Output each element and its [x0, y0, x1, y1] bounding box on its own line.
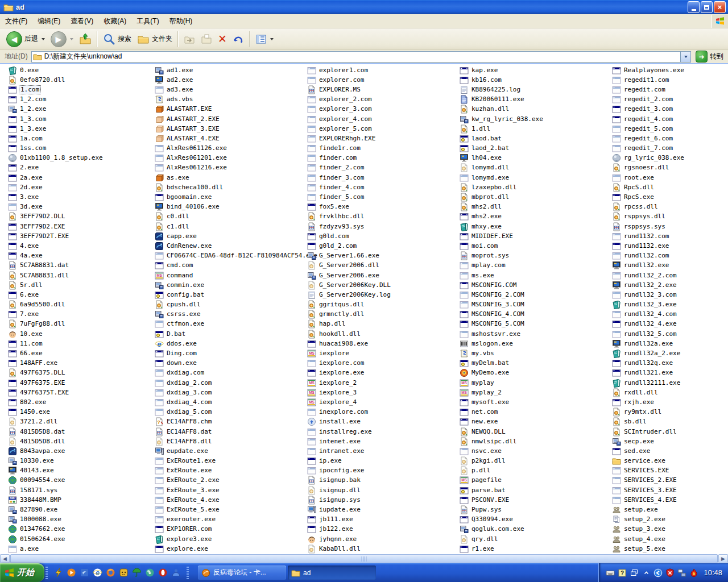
file-item[interactable]: 10330.exe	[8, 456, 104, 466]
file-item[interactable]: EXPLORER.MS	[307, 85, 392, 94]
file-item[interactable]: iexplore.exe	[307, 368, 392, 378]
file-item[interactable]: 01xb1100_1.8_setup.exe	[8, 153, 104, 163]
file-item[interactable]: huacai908.exe	[307, 339, 392, 348]
file-item[interactable]: mhs2.dll	[460, 202, 544, 212]
file-item[interactable]: dxdiag_2.com	[155, 378, 318, 388]
file-item[interactable]: ALASTART_3.EXE	[155, 124, 318, 134]
delete-button[interactable]: ✕	[215, 31, 230, 48]
address-dropdown-button[interactable]	[681, 51, 691, 63]
file-item[interactable]: mhs2.exe	[460, 212, 544, 222]
file-item[interactable]: regedit_4.com	[612, 114, 685, 124]
file-item[interactable]: 3EFF79D2.EXE	[8, 222, 104, 231]
file-item[interactable]: isignup.bak	[307, 476, 392, 485]
menu-item-4[interactable]: 收藏(A)	[98, 15, 131, 28]
file-item[interactable]: kw_rg_lyric_038.exe	[460, 114, 544, 124]
file-item[interactable]: setup_5.exe	[612, 544, 685, 554]
thunder-icon[interactable]	[80, 568, 89, 577]
file-item[interactable]: explorer_3.com	[307, 105, 392, 114]
file-item[interactable]: c0.dll	[155, 212, 318, 222]
file-item[interactable]: KB8964225.log	[460, 85, 544, 94]
file-item[interactable]: 6.exe	[8, 290, 104, 300]
file-item[interactable]: RpcS.dll	[612, 182, 685, 192]
file-item[interactable]: ?EC14AFF8.chm	[155, 417, 318, 427]
file-item[interactable]: rundll32.com	[612, 251, 685, 261]
file-item[interactable]: SERVICES_4.EXE	[612, 495, 685, 505]
file-item[interactable]: rundll32_5.com	[612, 329, 685, 339]
media-player-icon[interactable]	[67, 568, 76, 577]
file-item[interactable]: 4a.exe	[8, 251, 104, 261]
file-item[interactable]: iexplore.com	[307, 359, 392, 368]
file-item[interactable]: mshostsvr.exe	[460, 329, 544, 339]
file-item[interactable]: jyhgnn.exe	[307, 534, 392, 544]
folders-button[interactable]: 文件夹	[134, 31, 175, 48]
file-item[interactable]: Pupw.sys	[460, 505, 544, 514]
views-dropdown-caret[interactable]	[270, 38, 274, 40]
file-item[interactable]: eddos.exe	[155, 339, 318, 348]
file-item[interactable]: laod.bat	[460, 134, 544, 143]
search-button[interactable]: 搜索	[100, 31, 134, 48]
forward-dropdown-caret[interactable]	[70, 38, 73, 40]
file-item[interactable]: EXP1ORER.com	[155, 525, 318, 534]
file-item[interactable]: 802.exe	[8, 397, 104, 407]
file-item[interactable]: inexplore.com	[307, 408, 392, 417]
file-item[interactable]: G_Server1.66.exe	[307, 251, 392, 261]
file-item[interactable]: qogluk.com.exe	[460, 525, 544, 534]
file-item[interactable]: Realplayones.exe	[612, 65, 685, 75]
security-alert-shield-icon[interactable]	[665, 568, 675, 577]
file-item[interactable]: SERVICES_3.EXE	[612, 485, 685, 495]
file-item[interactable]: 4.exe	[8, 241, 104, 251]
file-item[interactable]: rundll32.exe	[612, 261, 685, 271]
file-item[interactable]: regedit_6.com	[612, 134, 685, 143]
file-item[interactable]: g0ld.com	[307, 231, 392, 241]
file-item[interactable]: nmwlsipc.dll	[460, 436, 544, 446]
file-item[interactable]: 158171.sys	[8, 485, 104, 495]
file-item[interactable]: ggritqus.dll	[307, 300, 392, 310]
file-item[interactable]: isignup.dll	[307, 485, 392, 495]
file-item[interactable]: ALASTART_2.EXE	[155, 114, 318, 124]
file-item[interactable]: explorer1.com	[307, 65, 392, 75]
file-item[interactable]: AlxRes061201.exe	[155, 153, 318, 163]
file-item[interactable]: bind_40106.exe	[155, 202, 318, 212]
messenger-icon[interactable]	[171, 568, 181, 577]
file-item[interactable]: 5C7AB8831.dat	[8, 261, 104, 271]
task-button-2[interactable]: ad	[288, 566, 376, 580]
file-item[interactable]: commin.exe	[155, 280, 318, 290]
go-button[interactable]: ➜ 转到	[696, 51, 723, 63]
file-item[interactable]: kb16.com	[460, 75, 544, 85]
scrollbar-thumb[interactable]	[10, 554, 718, 563]
file-item[interactable]: MSiexplore_3	[307, 388, 392, 397]
file-item[interactable]: SCIntruder.dll	[612, 427, 685, 436]
file-item[interactable]: kap.exe	[460, 65, 544, 75]
file-item[interactable]: EC14AFF8.dat	[155, 427, 318, 436]
internet-explorer-icon[interactable]: e	[93, 568, 102, 577]
file-item[interactable]: rpcss.dll	[612, 202, 685, 212]
file-item[interactable]: RpcS.exe	[612, 192, 685, 202]
file-item[interactable]: 1_3.exe	[8, 124, 104, 134]
task-button-1[interactable]: 反病毒论坛 - 卡...	[198, 566, 286, 580]
network-icon[interactable]	[677, 568, 686, 577]
file-item[interactable]: D.bat	[155, 329, 318, 339]
file-item[interactable]: intenet.exe	[307, 436, 392, 446]
file-item[interactable]: 7.exe	[8, 310, 104, 319]
file-item[interactable]: isignup.sys	[307, 495, 392, 505]
file-item[interactable]: explorer.com	[307, 75, 392, 85]
file-item[interactable]: ad3.exe	[155, 85, 318, 94]
scroll-left-button[interactable]: ◀	[0, 554, 10, 563]
menu-item-6[interactable]: 帮助(H)	[164, 15, 198, 28]
file-item[interactable]: jb111.exe	[307, 515, 392, 525]
file-item[interactable]: mplay.com	[460, 261, 544, 271]
firefox-icon[interactable]	[106, 568, 115, 577]
file-item[interactable]: grmnctly.dll	[307, 310, 392, 319]
file-item[interactable]: installreg.exe	[307, 427, 392, 436]
file-item[interactable]: 3721.2.dll	[8, 417, 104, 427]
file-item[interactable]: rundll32111.exe	[612, 378, 685, 388]
up-button[interactable]	[76, 31, 94, 48]
file-item[interactable]: ad2.exe	[155, 75, 318, 85]
file-item[interactable]: 3d.exe	[8, 202, 104, 212]
file-item[interactable]: EC14AFF8.dll	[155, 436, 318, 446]
file-item[interactable]: ExERoute_5.exe	[155, 505, 318, 514]
file-item[interactable]: MIDIDEF.EXE	[460, 231, 544, 241]
file-item[interactable]: csrss.exe	[155, 310, 318, 319]
file-item[interactable]: ms.exe	[460, 271, 544, 280]
file-item[interactable]: mysoft.exe	[460, 397, 544, 407]
